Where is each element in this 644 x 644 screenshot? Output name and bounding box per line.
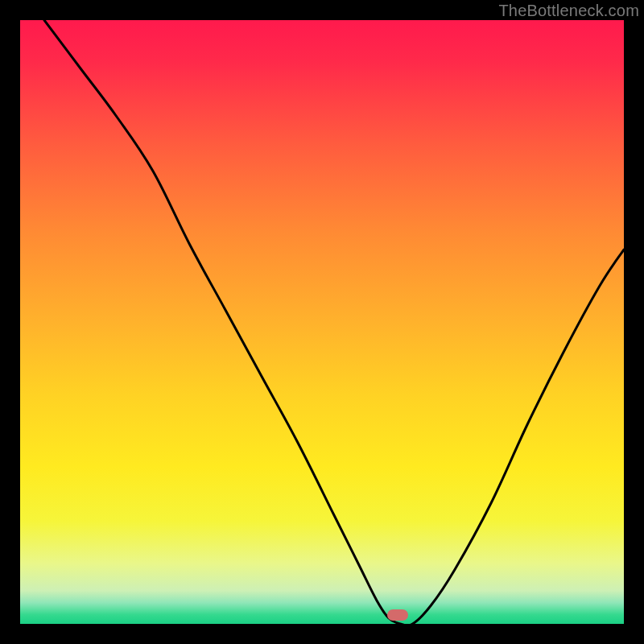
watermark-text: TheBottleneck.com xyxy=(498,2,639,20)
plot-area xyxy=(20,20,624,624)
optimal-point-marker xyxy=(387,609,408,621)
chart-frame: TheBottleneck.com xyxy=(0,0,644,644)
curve-layer xyxy=(20,20,624,624)
bottleneck-curve xyxy=(44,20,624,624)
